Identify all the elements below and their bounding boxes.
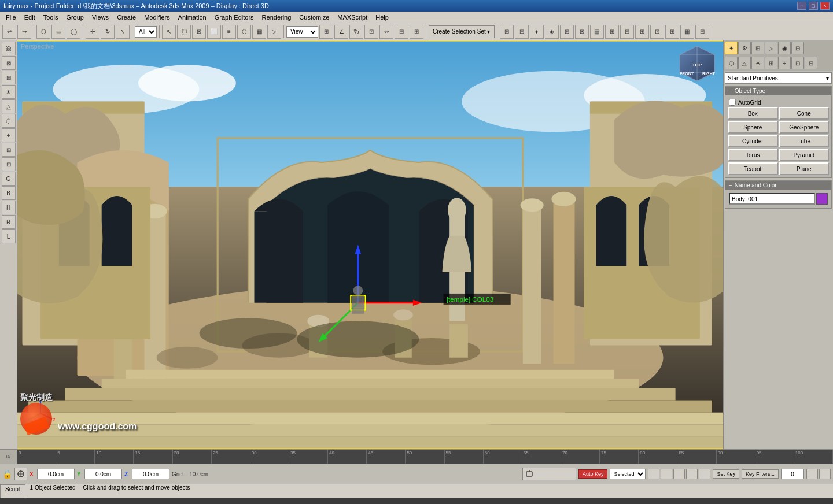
anim-btn-extra2[interactable]: ⊡ xyxy=(819,469,831,479)
extra-button-3[interactable]: ⊞ xyxy=(665,25,679,39)
render-scene-button[interactable]: ▦ xyxy=(252,25,266,39)
rp-icon-shape[interactable]: △ xyxy=(738,57,751,69)
extra-button-5[interactable]: ⊟ xyxy=(695,25,709,39)
render-instances-button[interactable]: ⊠ xyxy=(575,25,589,39)
open-explorer-button[interactable]: ⊟ xyxy=(620,25,634,39)
rotate-button[interactable]: ↻ xyxy=(101,25,115,39)
object-type-header[interactable]: − Object Type xyxy=(725,87,831,95)
menu-edit[interactable]: Edit xyxy=(21,13,39,22)
left-btn-system[interactable]: ⊡ xyxy=(2,157,16,171)
add-time-tag-button[interactable]: Add Time Tag xyxy=(522,468,576,480)
rp-icon-camera[interactable]: ⊞ xyxy=(765,57,777,69)
manage-layers-button[interactable]: ▤ xyxy=(590,25,604,39)
rp-icon-system[interactable]: ⊟ xyxy=(805,57,817,69)
object-properties-button[interactable]: ⊞ xyxy=(605,25,619,39)
coord-icon-button[interactable] xyxy=(14,468,27,480)
extra-button-2[interactable]: ⊡ xyxy=(650,25,664,39)
left-btn-helper[interactable]: + xyxy=(2,128,16,142)
schematic-view-button[interactable]: ⊟ xyxy=(515,25,529,39)
torus-button[interactable]: Torus xyxy=(728,149,778,161)
left-btn-link[interactable]: ⛓ xyxy=(2,42,16,55)
z-input[interactable] xyxy=(132,469,169,479)
rp-display-tab[interactable]: ◉ xyxy=(778,42,791,54)
select-region-circle-button[interactable]: ◯ xyxy=(67,25,80,39)
menu-maxscript[interactable]: MAXScript xyxy=(334,13,371,22)
left-btn-extra3[interactable]: H xyxy=(2,201,16,214)
toggle-scene-button[interactable]: ◈ xyxy=(545,25,559,39)
rp-icon-warp[interactable]: ⊡ xyxy=(791,57,804,69)
left-btn-extra2[interactable]: B xyxy=(2,186,16,200)
geosphere-button[interactable]: GeoSphere xyxy=(779,121,830,134)
menu-group[interactable]: Group xyxy=(62,13,87,22)
angle-snap-button[interactable]: ∠ xyxy=(334,25,348,39)
select-object-button[interactable]: ⬡ xyxy=(36,25,50,39)
primitive-type-dropdown[interactable]: Standard Primitives ▾ xyxy=(725,72,832,84)
left-btn-unlink[interactable]: ⊠ xyxy=(2,56,16,70)
named-select-button[interactable]: ⊞ xyxy=(500,25,514,39)
layer-button[interactable]: ⊞ xyxy=(410,25,423,39)
select-and-link-button[interactable]: ⬚ xyxy=(177,25,191,39)
maximize-button[interactable]: □ xyxy=(809,2,818,10)
menu-views[interactable]: Views xyxy=(89,13,112,22)
left-btn-extra4[interactable]: R xyxy=(2,215,16,229)
auto-key-button[interactable]: Auto Key xyxy=(578,469,608,479)
autogrid-checkbox[interactable] xyxy=(729,99,736,106)
timeline-track[interactable]: 0 5 10 15 20 25 30 35 40 45 50 55 60 65 … xyxy=(17,450,833,464)
bind-to-space-button[interactable]: ⬜ xyxy=(207,25,221,39)
menu-create[interactable]: Create xyxy=(113,13,139,22)
filter-dropdown[interactable]: All xyxy=(135,26,157,38)
align-button[interactable]: ⊟ xyxy=(395,25,408,39)
cylinder-button[interactable]: Cylinder xyxy=(728,135,778,147)
nav-cube[interactable]: TOP FRONT RIGHT xyxy=(674,43,720,90)
left-btn-space[interactable]: ⊞ xyxy=(2,143,16,157)
left-btn-geometry[interactable]: ⬡ xyxy=(2,114,16,128)
unlink-button[interactable]: ⊠ xyxy=(192,25,206,39)
rp-hierarchy-tab[interactable]: ⊞ xyxy=(751,42,764,54)
prev-frame-button[interactable]: ◀ xyxy=(661,469,672,479)
set-key-button[interactable]: Set Key xyxy=(713,469,739,479)
cone-button[interactable]: Cone xyxy=(779,107,830,120)
teapot-button[interactable]: Teapot xyxy=(728,162,778,175)
close-button[interactable]: × xyxy=(820,2,830,10)
move-button[interactable]: ✛ xyxy=(86,25,99,39)
x-input[interactable] xyxy=(37,469,75,479)
material-editor-button[interactable]: ⬡ xyxy=(237,25,251,39)
box-button[interactable]: Box xyxy=(728,107,778,120)
snap-toggle-button[interactable]: ⊞ xyxy=(319,25,333,39)
mirror-button[interactable]: ⇔ xyxy=(379,25,393,39)
menu-help[interactable]: Help xyxy=(372,13,392,22)
arrow-button[interactable]: ↖ xyxy=(162,25,176,39)
next-frame-button[interactable]: ▶| xyxy=(686,469,698,479)
left-btn-camera[interactable]: ⊞ xyxy=(2,71,16,84)
left-btn-extra1[interactable]: G xyxy=(2,172,16,186)
left-btn-extra5[interactable]: L xyxy=(2,229,16,243)
sphere-button[interactable]: Sphere xyxy=(728,121,778,134)
key-filters-button[interactable]: Key Filters... xyxy=(742,469,779,479)
plane-button[interactable]: Plane xyxy=(779,162,830,175)
y-input[interactable] xyxy=(84,469,122,479)
menu-animation[interactable]: Animation xyxy=(175,13,210,22)
rp-icon-helper[interactable]: + xyxy=(778,57,791,69)
anim-btn-extra1[interactable]: ⊞ xyxy=(806,469,818,479)
redo-button[interactable]: ↪ xyxy=(17,25,31,39)
extra-button-4[interactable]: ▦ xyxy=(680,25,694,39)
select-region-button[interactable]: ▭ xyxy=(51,25,65,39)
rp-create-tab[interactable]: ✦ xyxy=(725,42,738,54)
quick-render-button[interactable]: ▷ xyxy=(267,25,281,39)
rp-modify-tab[interactable]: ⚙ xyxy=(738,42,751,54)
frame-input[interactable] xyxy=(781,469,804,479)
percent-snap-button[interactable]: % xyxy=(349,25,363,39)
undo-button[interactable]: ↩ xyxy=(2,25,16,39)
view-dropdown[interactable]: View xyxy=(286,26,318,38)
color-swatch[interactable] xyxy=(816,193,828,205)
rp-utilities-tab[interactable]: ⊟ xyxy=(791,42,804,54)
go-end-button[interactable]: ▶| xyxy=(699,469,710,479)
go-start-button[interactable]: |◀ xyxy=(648,469,659,479)
viewport[interactable]: Perspective xyxy=(17,40,723,449)
object-name-input[interactable] xyxy=(729,193,815,205)
rp-motion-tab[interactable]: ▷ xyxy=(765,42,777,54)
menu-tools[interactable]: Tools xyxy=(40,13,62,22)
selected-dropdown[interactable]: Selected xyxy=(610,469,646,479)
menu-rendering[interactable]: Rendering xyxy=(259,13,295,22)
left-btn-shape[interactable]: △ xyxy=(2,99,16,113)
